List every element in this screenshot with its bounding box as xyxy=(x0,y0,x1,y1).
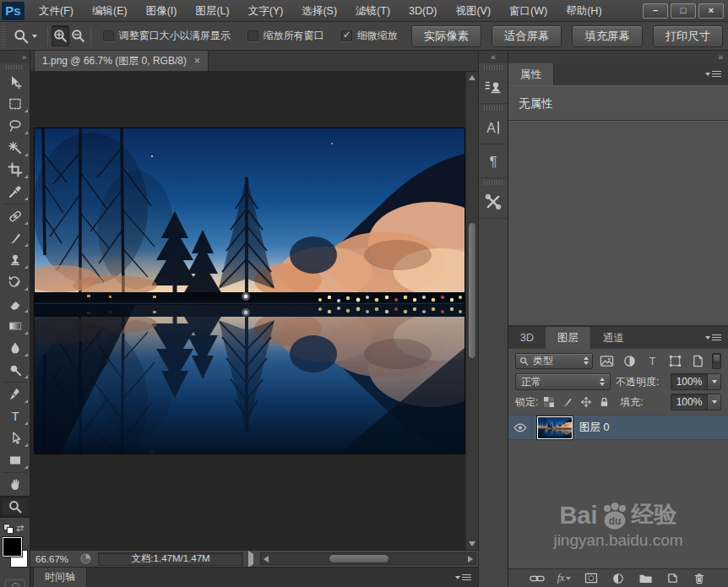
rectangle-tool[interactable] xyxy=(0,449,30,471)
strip-collapse-button[interactable]: « xyxy=(479,51,508,63)
history-brush-tool[interactable] xyxy=(0,271,30,293)
filter-type-layers-icon[interactable]: T xyxy=(644,353,661,369)
eraser-tool[interactable] xyxy=(0,293,30,315)
lock-transparency-icon[interactable] xyxy=(543,396,555,408)
filter-pixel-layers-icon[interactable] xyxy=(598,353,616,369)
properties-menu-icon[interactable] xyxy=(705,71,721,77)
canvas-pasteboard[interactable] xyxy=(30,72,478,550)
menu-layer[interactable]: 图层(L) xyxy=(186,0,238,22)
tab-3d[interactable]: 3D xyxy=(508,327,546,349)
brush-tool[interactable] xyxy=(0,227,30,249)
move-tool[interactable] xyxy=(0,71,30,93)
opacity-dropdown-arrow[interactable] xyxy=(707,374,720,389)
filter-type-dropdown[interactable]: 类型 xyxy=(515,353,593,369)
filter-shape-layers-icon[interactable] xyxy=(666,353,684,369)
current-tool-preview[interactable] xyxy=(6,28,44,45)
menu-filter[interactable]: 滤镜(T) xyxy=(346,0,399,22)
checkbox-scrubby-zoom[interactable]: 细微缩放 xyxy=(341,29,398,43)
zoom-in-button[interactable] xyxy=(52,25,69,46)
zoom-level-field[interactable]: 66.67% xyxy=(30,554,73,564)
layer-visibility-toggle[interactable] xyxy=(508,416,532,439)
filter-adjustment-layers-icon[interactable] xyxy=(621,353,638,369)
minimize-button[interactable]: – xyxy=(643,3,668,19)
fill-screen-button[interactable]: 填充屏幕 xyxy=(572,25,642,47)
fill-dropdown-arrow[interactable] xyxy=(707,394,720,410)
panel-icon-paragraph[interactable]: ¶ xyxy=(479,144,508,178)
hand-tool[interactable] xyxy=(0,474,30,496)
magic-wand-tool[interactable] xyxy=(0,137,30,159)
lock-all-icon[interactable] xyxy=(599,396,610,408)
fit-screen-button[interactable]: 适合屏幕 xyxy=(492,25,562,47)
spot-healing-brush-tool[interactable] xyxy=(0,205,30,227)
panel-icon-character[interactable]: A xyxy=(479,111,508,144)
menu-edit[interactable]: 编辑(E) xyxy=(83,0,137,22)
scroll-down-arrow[interactable] xyxy=(466,538,478,550)
lock-pixels-icon[interactable] xyxy=(562,396,573,408)
rectangular-marquee-tool[interactable] xyxy=(0,93,30,115)
horizontal-scrollbar[interactable] xyxy=(260,552,476,565)
options-bar-grip[interactable] xyxy=(1,25,6,47)
menu-select[interactable]: 选择(S) xyxy=(292,0,346,22)
print-size-button[interactable]: 打印尺寸 xyxy=(653,25,723,47)
swap-colors-icon[interactable]: ⇄ xyxy=(16,523,24,534)
menu-image[interactable]: 图像(I) xyxy=(137,0,187,22)
menu-file[interactable]: 文件(F) xyxy=(30,0,83,22)
actual-pixels-button[interactable]: 实际像素 xyxy=(411,25,481,47)
layer-thumbnail[interactable] xyxy=(537,416,573,439)
layers-menu-icon[interactable] xyxy=(705,334,721,340)
checkbox-box[interactable] xyxy=(103,30,114,41)
checkbox-box[interactable] xyxy=(247,30,258,41)
scroll-right-arrow[interactable] xyxy=(465,556,475,563)
delete-layer-icon[interactable] xyxy=(691,571,708,586)
gradient-tool[interactable] xyxy=(0,315,30,337)
canvas-image[interactable] xyxy=(35,128,465,454)
new-layer-icon[interactable] xyxy=(664,571,681,586)
add-layer-mask-icon[interactable] xyxy=(583,571,600,586)
document-close-icon[interactable]: × xyxy=(194,56,200,66)
foreground-color-swatch[interactable] xyxy=(3,537,22,557)
tools-collapse-button[interactable]: » xyxy=(0,51,30,63)
lock-position-icon[interactable] xyxy=(580,396,592,408)
tab-channels[interactable]: 通道 xyxy=(591,327,636,349)
quick-mask-button[interactable] xyxy=(5,579,25,587)
horizontal-scroll-thumb[interactable] xyxy=(329,554,389,563)
tab-properties[interactable]: 属性 xyxy=(508,63,554,85)
document-tab[interactable]: 1.png @ 66.7% (图层 0, RGB/8) × xyxy=(34,51,209,71)
dodge-tool[interactable] xyxy=(0,359,30,381)
menu-help[interactable]: 帮助(H) xyxy=(557,0,611,22)
dock-expand-button[interactable]: » xyxy=(508,51,728,63)
zoom-out-button[interactable] xyxy=(69,25,87,46)
menu-window[interactable]: 窗口(W) xyxy=(500,0,557,22)
checkbox-box[interactable] xyxy=(341,30,352,41)
close-button[interactable]: × xyxy=(698,3,724,19)
blur-tool[interactable] xyxy=(0,337,30,359)
vertical-scrollbar[interactable] xyxy=(465,72,478,550)
type-tool[interactable]: T xyxy=(0,405,30,427)
checkbox-zoom-all-windows[interactable]: 缩放所有窗口 xyxy=(247,29,324,43)
opacity-field[interactable]: 100% xyxy=(671,373,721,390)
scroll-left-arrow[interactable] xyxy=(261,556,271,563)
status-popup-arrow[interactable] xyxy=(248,554,253,564)
new-adjustment-layer-icon[interactable] xyxy=(610,571,627,586)
timeline-panel-menu[interactable] xyxy=(455,568,471,587)
panel-icon-tool-presets[interactable] xyxy=(479,185,508,219)
zoom-tool[interactable] xyxy=(0,496,30,518)
tools-grip[interactable] xyxy=(6,65,24,69)
new-group-icon[interactable] xyxy=(637,571,654,586)
layer-filtering-toggle[interactable] xyxy=(712,353,721,369)
fill-field[interactable]: 100% xyxy=(671,394,721,410)
crop-tool[interactable] xyxy=(0,159,30,181)
scroll-up-arrow[interactable] xyxy=(466,72,478,84)
lasso-tool[interactable] xyxy=(0,115,30,137)
link-layers-icon[interactable] xyxy=(529,571,546,586)
checkbox-resize-windows[interactable]: 调整窗口大小以满屏显示 xyxy=(103,29,231,43)
menu-view[interactable]: 视图(V) xyxy=(446,0,500,22)
tab-layers[interactable]: 图层 xyxy=(546,327,591,349)
pen-tool[interactable] xyxy=(0,383,30,405)
tab-timeline[interactable]: 时间轴 xyxy=(33,568,87,587)
layer-row-selected[interactable]: 图层 0 xyxy=(508,415,728,440)
layer-name[interactable]: 图层 0 xyxy=(579,421,609,435)
blend-mode-dropdown[interactable]: 正常 xyxy=(515,373,611,390)
maximize-button[interactable]: □ xyxy=(671,3,696,19)
clone-stamp-tool[interactable] xyxy=(0,249,30,271)
